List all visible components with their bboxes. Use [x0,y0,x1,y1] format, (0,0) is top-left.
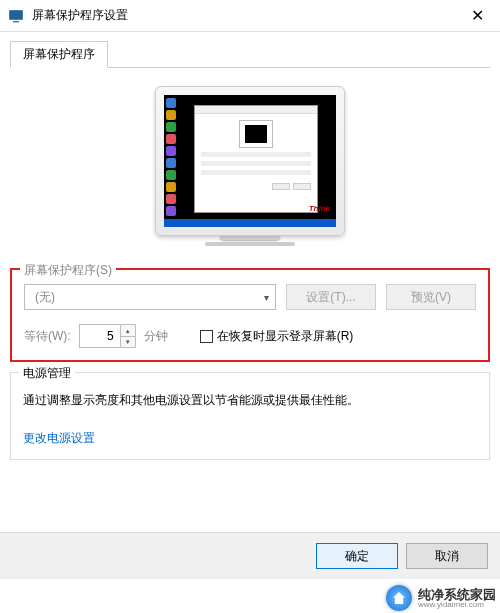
watermark: 纯净系统家园 www.yidaimei.com [386,585,496,611]
title-bar: 屏幕保护程序设置 ✕ [0,0,500,32]
brand-text: Think [309,204,330,213]
watermark-name: 纯净系统家园 [418,588,496,601]
screensaver-group: 屏幕保护程序(S) (无) ▾ 设置(T)... 预览(V) 等待(W): 5 … [10,268,490,362]
dialog-button-row: 确定 取消 [0,532,500,579]
power-group-legend: 电源管理 [19,365,75,382]
spin-down-icon[interactable]: ▼ [121,336,135,347]
checkbox-icon [200,330,213,343]
watermark-logo-icon [386,585,412,611]
close-button[interactable]: ✕ [454,0,500,32]
tab-screensaver[interactable]: 屏幕保护程序 [10,41,108,68]
settings-button: 设置(T)... [286,284,376,310]
monitor-preview: Think [10,68,490,268]
combobox-value: (无) [35,289,55,306]
cancel-button[interactable]: 取消 [406,543,488,569]
nested-window-preview [194,105,318,213]
resume-login-label: 在恢复时显示登录屏幕(R) [217,328,354,345]
close-icon: ✕ [471,6,484,25]
wait-value: 5 [80,329,120,343]
change-power-settings-link[interactable]: 更改电源设置 [23,430,95,447]
svg-rect-2 [13,21,19,23]
power-management-group: 电源管理 通过调整显示亮度和其他电源设置以节省能源或提供最佳性能。 更改电源设置 [10,372,490,460]
resume-login-checkbox[interactable]: 在恢复时显示登录屏幕(R) [200,328,354,345]
watermark-url: www.yidaimei.com [418,601,496,609]
dialog-content: Think 屏幕保护程序(S) (无) ▾ 设置(T)... 预览(V) 等待(… [0,68,500,480]
power-description: 通过调整显示亮度和其他电源设置以节省能源或提供最佳性能。 [23,391,477,410]
ok-button[interactable]: 确定 [316,543,398,569]
window-title: 屏幕保护程序设置 [32,7,454,24]
screensaver-group-legend: 屏幕保护程序(S) [20,262,116,279]
app-icon [8,8,24,24]
tab-strip: 屏幕保护程序 [0,32,500,68]
chevron-down-icon: ▾ [264,292,269,303]
monitor-bezel: Think [155,86,345,236]
wait-unit: 分钟 [144,328,168,345]
wait-spinner[interactable]: 5 ▲ ▼ [79,324,136,348]
preview-button: 预览(V) [386,284,476,310]
svg-rect-1 [10,11,22,19]
screensaver-combobox[interactable]: (无) ▾ [24,284,276,310]
monitor-screen: Think [164,95,336,227]
wait-label: 等待(W): [24,328,71,345]
spin-up-icon[interactable]: ▲ [121,325,135,336]
